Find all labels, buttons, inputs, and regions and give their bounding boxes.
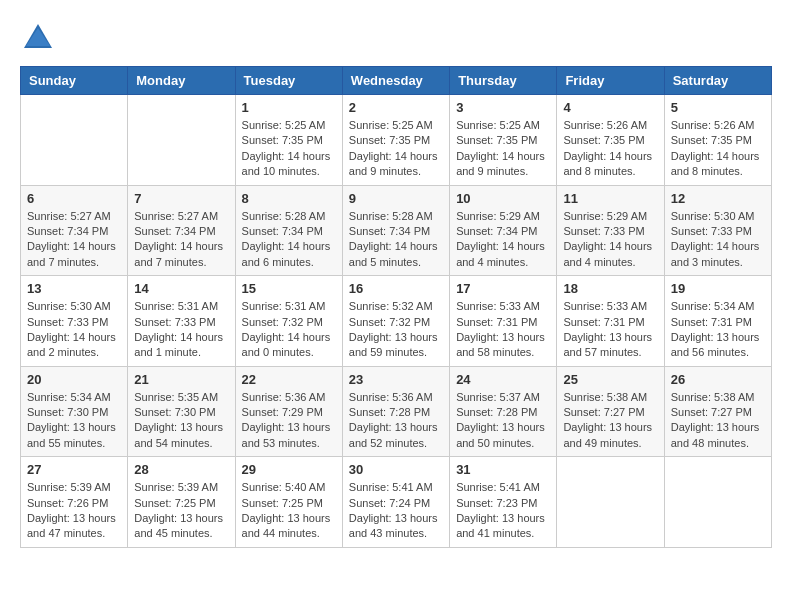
column-header-thursday: Thursday	[450, 67, 557, 95]
page-header	[20, 20, 772, 56]
day-info: Sunrise: 5:25 AM Sunset: 7:35 PM Dayligh…	[242, 118, 336, 180]
day-number: 5	[671, 100, 765, 115]
column-header-monday: Monday	[128, 67, 235, 95]
day-info: Sunrise: 5:41 AM Sunset: 7:24 PM Dayligh…	[349, 480, 443, 542]
calendar-cell: 6Sunrise: 5:27 AM Sunset: 7:34 PM Daylig…	[21, 185, 128, 276]
day-info: Sunrise: 5:25 AM Sunset: 7:35 PM Dayligh…	[456, 118, 550, 180]
calendar-cell	[21, 95, 128, 186]
day-info: Sunrise: 5:30 AM Sunset: 7:33 PM Dayligh…	[671, 209, 765, 271]
calendar-cell: 4Sunrise: 5:26 AM Sunset: 7:35 PM Daylig…	[557, 95, 664, 186]
calendar-cell: 17Sunrise: 5:33 AM Sunset: 7:31 PM Dayli…	[450, 276, 557, 367]
day-info: Sunrise: 5:34 AM Sunset: 7:30 PM Dayligh…	[27, 390, 121, 452]
calendar-cell: 16Sunrise: 5:32 AM Sunset: 7:32 PM Dayli…	[342, 276, 449, 367]
day-number: 31	[456, 462, 550, 477]
calendar-cell: 31Sunrise: 5:41 AM Sunset: 7:23 PM Dayli…	[450, 457, 557, 548]
calendar-cell: 5Sunrise: 5:26 AM Sunset: 7:35 PM Daylig…	[664, 95, 771, 186]
day-number: 2	[349, 100, 443, 115]
day-number: 6	[27, 191, 121, 206]
day-number: 21	[134, 372, 228, 387]
calendar-cell: 30Sunrise: 5:41 AM Sunset: 7:24 PM Dayli…	[342, 457, 449, 548]
calendar-week-3: 13Sunrise: 5:30 AM Sunset: 7:33 PM Dayli…	[21, 276, 772, 367]
day-info: Sunrise: 5:36 AM Sunset: 7:28 PM Dayligh…	[349, 390, 443, 452]
day-info: Sunrise: 5:39 AM Sunset: 7:26 PM Dayligh…	[27, 480, 121, 542]
calendar-cell: 8Sunrise: 5:28 AM Sunset: 7:34 PM Daylig…	[235, 185, 342, 276]
calendar-cell: 2Sunrise: 5:25 AM Sunset: 7:35 PM Daylig…	[342, 95, 449, 186]
column-header-saturday: Saturday	[664, 67, 771, 95]
day-info: Sunrise: 5:38 AM Sunset: 7:27 PM Dayligh…	[671, 390, 765, 452]
day-info: Sunrise: 5:28 AM Sunset: 7:34 PM Dayligh…	[349, 209, 443, 271]
column-header-friday: Friday	[557, 67, 664, 95]
column-header-sunday: Sunday	[21, 67, 128, 95]
day-number: 16	[349, 281, 443, 296]
logo	[20, 20, 62, 56]
calendar-week-1: 1Sunrise: 5:25 AM Sunset: 7:35 PM Daylig…	[21, 95, 772, 186]
column-header-tuesday: Tuesday	[235, 67, 342, 95]
day-number: 20	[27, 372, 121, 387]
day-number: 26	[671, 372, 765, 387]
day-number: 27	[27, 462, 121, 477]
day-info: Sunrise: 5:36 AM Sunset: 7:29 PM Dayligh…	[242, 390, 336, 452]
calendar-cell: 10Sunrise: 5:29 AM Sunset: 7:34 PM Dayli…	[450, 185, 557, 276]
calendar-cell	[664, 457, 771, 548]
calendar-cell	[128, 95, 235, 186]
day-number: 4	[563, 100, 657, 115]
day-info: Sunrise: 5:40 AM Sunset: 7:25 PM Dayligh…	[242, 480, 336, 542]
calendar-week-4: 20Sunrise: 5:34 AM Sunset: 7:30 PM Dayli…	[21, 366, 772, 457]
calendar-cell: 18Sunrise: 5:33 AM Sunset: 7:31 PM Dayli…	[557, 276, 664, 367]
calendar-cell: 27Sunrise: 5:39 AM Sunset: 7:26 PM Dayli…	[21, 457, 128, 548]
logo-icon	[20, 20, 56, 56]
day-number: 18	[563, 281, 657, 296]
calendar-cell: 25Sunrise: 5:38 AM Sunset: 7:27 PM Dayli…	[557, 366, 664, 457]
calendar-cell	[557, 457, 664, 548]
day-info: Sunrise: 5:33 AM Sunset: 7:31 PM Dayligh…	[456, 299, 550, 361]
svg-marker-1	[26, 28, 50, 46]
calendar-week-2: 6Sunrise: 5:27 AM Sunset: 7:34 PM Daylig…	[21, 185, 772, 276]
calendar-cell: 7Sunrise: 5:27 AM Sunset: 7:34 PM Daylig…	[128, 185, 235, 276]
day-number: 3	[456, 100, 550, 115]
day-info: Sunrise: 5:25 AM Sunset: 7:35 PM Dayligh…	[349, 118, 443, 180]
day-number: 30	[349, 462, 443, 477]
calendar-cell: 13Sunrise: 5:30 AM Sunset: 7:33 PM Dayli…	[21, 276, 128, 367]
calendar-table: SundayMondayTuesdayWednesdayThursdayFrid…	[20, 66, 772, 548]
calendar-cell: 12Sunrise: 5:30 AM Sunset: 7:33 PM Dayli…	[664, 185, 771, 276]
calendar-cell: 23Sunrise: 5:36 AM Sunset: 7:28 PM Dayli…	[342, 366, 449, 457]
day-number: 15	[242, 281, 336, 296]
day-info: Sunrise: 5:33 AM Sunset: 7:31 PM Dayligh…	[563, 299, 657, 361]
day-number: 10	[456, 191, 550, 206]
calendar-cell: 3Sunrise: 5:25 AM Sunset: 7:35 PM Daylig…	[450, 95, 557, 186]
day-number: 28	[134, 462, 228, 477]
calendar-cell: 24Sunrise: 5:37 AM Sunset: 7:28 PM Dayli…	[450, 366, 557, 457]
calendar-cell: 1Sunrise: 5:25 AM Sunset: 7:35 PM Daylig…	[235, 95, 342, 186]
day-info: Sunrise: 5:26 AM Sunset: 7:35 PM Dayligh…	[671, 118, 765, 180]
day-info: Sunrise: 5:29 AM Sunset: 7:33 PM Dayligh…	[563, 209, 657, 271]
day-number: 11	[563, 191, 657, 206]
day-number: 1	[242, 100, 336, 115]
day-info: Sunrise: 5:38 AM Sunset: 7:27 PM Dayligh…	[563, 390, 657, 452]
column-header-wednesday: Wednesday	[342, 67, 449, 95]
day-number: 8	[242, 191, 336, 206]
day-info: Sunrise: 5:31 AM Sunset: 7:33 PM Dayligh…	[134, 299, 228, 361]
day-info: Sunrise: 5:37 AM Sunset: 7:28 PM Dayligh…	[456, 390, 550, 452]
day-number: 23	[349, 372, 443, 387]
day-number: 22	[242, 372, 336, 387]
day-info: Sunrise: 5:30 AM Sunset: 7:33 PM Dayligh…	[27, 299, 121, 361]
calendar-cell: 29Sunrise: 5:40 AM Sunset: 7:25 PM Dayli…	[235, 457, 342, 548]
day-info: Sunrise: 5:34 AM Sunset: 7:31 PM Dayligh…	[671, 299, 765, 361]
day-info: Sunrise: 5:29 AM Sunset: 7:34 PM Dayligh…	[456, 209, 550, 271]
calendar-cell: 20Sunrise: 5:34 AM Sunset: 7:30 PM Dayli…	[21, 366, 128, 457]
day-number: 19	[671, 281, 765, 296]
day-number: 24	[456, 372, 550, 387]
calendar-week-5: 27Sunrise: 5:39 AM Sunset: 7:26 PM Dayli…	[21, 457, 772, 548]
calendar-cell: 15Sunrise: 5:31 AM Sunset: 7:32 PM Dayli…	[235, 276, 342, 367]
day-info: Sunrise: 5:31 AM Sunset: 7:32 PM Dayligh…	[242, 299, 336, 361]
day-info: Sunrise: 5:39 AM Sunset: 7:25 PM Dayligh…	[134, 480, 228, 542]
day-number: 29	[242, 462, 336, 477]
calendar-cell: 11Sunrise: 5:29 AM Sunset: 7:33 PM Dayli…	[557, 185, 664, 276]
day-info: Sunrise: 5:32 AM Sunset: 7:32 PM Dayligh…	[349, 299, 443, 361]
day-info: Sunrise: 5:27 AM Sunset: 7:34 PM Dayligh…	[27, 209, 121, 271]
day-info: Sunrise: 5:26 AM Sunset: 7:35 PM Dayligh…	[563, 118, 657, 180]
day-info: Sunrise: 5:27 AM Sunset: 7:34 PM Dayligh…	[134, 209, 228, 271]
calendar-cell: 28Sunrise: 5:39 AM Sunset: 7:25 PM Dayli…	[128, 457, 235, 548]
calendar-cell: 26Sunrise: 5:38 AM Sunset: 7:27 PM Dayli…	[664, 366, 771, 457]
day-number: 7	[134, 191, 228, 206]
